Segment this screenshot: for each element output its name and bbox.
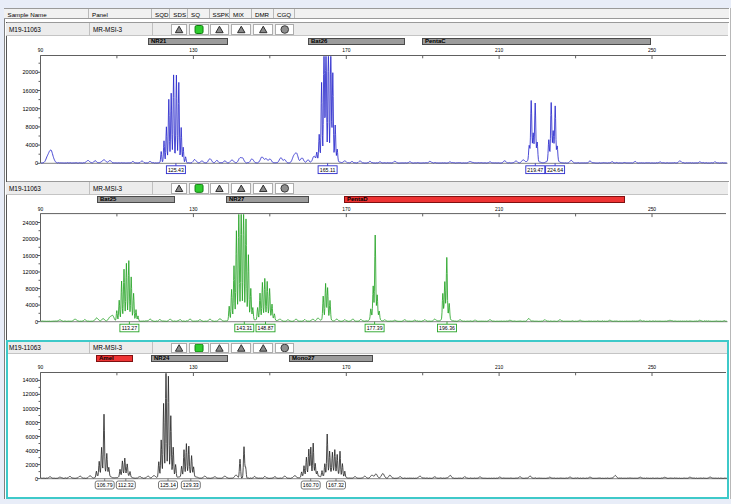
svg-text:4000: 4000 xyxy=(26,142,38,148)
svg-text:8000: 8000 xyxy=(26,286,38,292)
svg-text:224.64: 224.64 xyxy=(547,167,563,173)
svg-text:16000: 16000 xyxy=(22,253,38,259)
svg-text:250: 250 xyxy=(648,207,656,212)
svg-text:20000: 20000 xyxy=(22,236,38,242)
svg-text:0: 0 xyxy=(35,160,38,166)
svg-text:165.11: 165.11 xyxy=(320,167,336,173)
svg-text:8000: 8000 xyxy=(26,124,38,130)
svg-text:148.87: 148.87 xyxy=(258,325,274,331)
svg-text:90: 90 xyxy=(38,207,44,212)
svg-text:16000: 16000 xyxy=(22,88,38,94)
svg-text:130: 130 xyxy=(189,207,197,212)
svg-text:125.43: 125.43 xyxy=(168,167,184,173)
svg-text:196.36: 196.36 xyxy=(439,325,455,331)
svg-text:177.39: 177.39 xyxy=(367,325,383,331)
svg-text:130: 130 xyxy=(189,48,197,53)
svg-text:20000: 20000 xyxy=(22,69,38,75)
svg-text:0: 0 xyxy=(35,319,38,325)
svg-text:250: 250 xyxy=(648,48,656,53)
svg-text:113.27: 113.27 xyxy=(122,325,138,331)
svg-text:210: 210 xyxy=(495,207,503,212)
svg-text:12000: 12000 xyxy=(22,106,38,112)
svg-text:219.47: 219.47 xyxy=(527,167,543,173)
svg-text:170: 170 xyxy=(342,207,350,212)
svg-text:24000: 24000 xyxy=(22,220,38,226)
svg-text:143.31: 143.31 xyxy=(236,325,252,331)
svg-text:12000: 12000 xyxy=(22,269,38,275)
svg-text:210: 210 xyxy=(495,48,503,53)
svg-text:90: 90 xyxy=(38,48,44,53)
svg-text:4000: 4000 xyxy=(26,302,38,308)
svg-text:170: 170 xyxy=(342,48,350,53)
